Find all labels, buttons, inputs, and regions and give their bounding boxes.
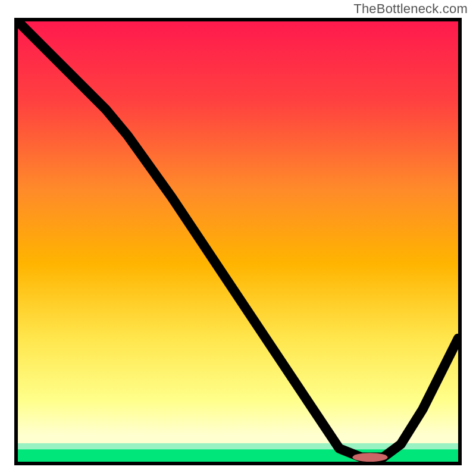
minimum-marker <box>352 453 387 462</box>
plot-svg <box>18 21 458 462</box>
plot-border <box>14 18 462 465</box>
chart-frame: TheBottleneck.com <box>0 0 476 476</box>
watermark-text: TheBottleneck.com <box>353 1 468 17</box>
